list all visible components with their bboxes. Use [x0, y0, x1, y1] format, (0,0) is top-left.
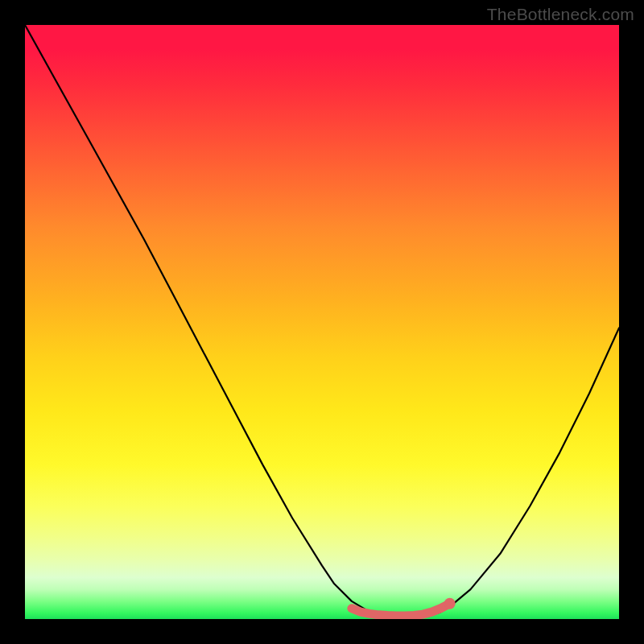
chart-svg	[25, 25, 619, 619]
bottleneck-curve-line	[25, 25, 619, 617]
attribution-watermark: TheBottleneck.com	[487, 5, 634, 24]
chart-stage: TheBottleneck.com	[0, 0, 644, 644]
optimal-marker-dot	[444, 598, 456, 609]
optimal-range-marker	[352, 604, 450, 616]
chart-plot-area	[25, 25, 619, 619]
